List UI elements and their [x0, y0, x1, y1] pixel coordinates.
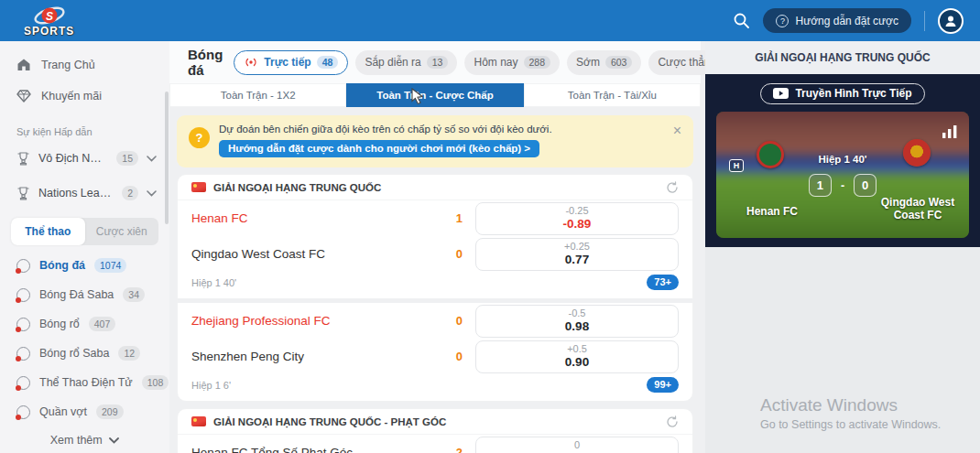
live-icon: [244, 57, 258, 68]
refresh-icon[interactable]: [666, 415, 679, 428]
refresh-icon[interactable]: [666, 181, 679, 194]
sidebar-item-basketball[interactable]: Bóng rổ 407: [0, 309, 169, 339]
betting-guide-button[interactable]: ? Hướng dẫn đặt cược: [763, 8, 911, 33]
home-team-name: Henan FC: [718, 205, 826, 218]
svg-text:S: S: [46, 10, 53, 23]
event-item-womens-championship[interactable]: Vô Địch Nữ Châu... 15: [0, 141, 169, 176]
handicap-odds-button[interactable]: +0.5 0.90: [475, 340, 679, 373]
sport-count-badge: 209: [96, 404, 124, 419]
sport-count-badge: 407: [89, 317, 116, 331]
tab-early[interactable]: Sớm 603: [567, 50, 641, 75]
odds-value: 0.98: [565, 319, 589, 334]
sport-count-badge: 1074: [94, 258, 126, 273]
topbar: S SPORTS ? Hướng dẫn đặt cược: [0, 0, 980, 41]
tab-label: Hôm nay: [474, 56, 517, 69]
sidebar-item-saba-basketball[interactable]: Bóng rổ Saba 12: [0, 339, 169, 368]
handicap-odds-button[interactable]: -0.5 0.98: [475, 305, 679, 338]
stats-icon[interactable]: [942, 124, 958, 139]
sport-label: Thể Thao Điện Tử: [39, 376, 133, 389]
sidebar-item-tennis[interactable]: Quần vợt 209: [0, 397, 169, 426]
match-row: Shenzhen Peng City 0 +0.5 0.90: [178, 339, 692, 374]
match-time: Hiệp 1 6': [191, 380, 231, 391]
soccer-icon: [16, 259, 30, 273]
team-name: Henan FC: [191, 211, 439, 225]
live-stream-button[interactable]: Truyền Hình Trực Tiếp: [760, 83, 924, 104]
esports-icon: [16, 376, 30, 390]
tab-today[interactable]: Hôm nay 288: [464, 50, 560, 75]
trophy-icon: [16, 187, 30, 200]
sidebar-item-esports[interactable]: Thể Thao Điện Tử 108: [0, 368, 169, 397]
chevron-down-icon: [147, 156, 157, 162]
user-account-button[interactable]: [938, 8, 964, 34]
market-tab-overunder[interactable]: Toàn Trận - Tài/Xỉu: [524, 83, 701, 107]
sport-count-badge: 108: [142, 375, 169, 390]
market-tab-1x2[interactable]: Toàn Trận - 1X2: [169, 83, 346, 107]
trophy-icon: [16, 152, 30, 166]
sidebar-item-football[interactable]: Bóng đá 1074: [0, 251, 169, 280]
notice-guide-link[interactable]: Hướng dẫn đặt cược dành cho người chơi m…: [219, 140, 539, 157]
sidebar: Trang Chủ Khuyến mãi Sự kiện Hấp dẫn Vô …: [0, 41, 169, 453]
tab-parlay[interactable]: Cược xiên: [85, 218, 159, 245]
tab-sports[interactable]: Thể thao: [11, 218, 85, 245]
tab-live[interactable]: Trực tiếp 48: [234, 50, 348, 75]
sport-label: Quần vợt: [39, 405, 87, 418]
odds-value: 0.90: [565, 355, 589, 370]
notice-text: Dự đoán bên chiến giữa đội kèo trên có c…: [219, 124, 666, 135]
league-title: GIẢI NGOẠI HẠNG TRUNG QUỐC: [213, 182, 659, 193]
handicap-line: +0.25: [564, 241, 590, 253]
topbar-divider: [924, 11, 925, 31]
market-tab-handicap[interactable]: Toàn Trận - Cược Chấp: [346, 83, 523, 107]
china-flag-icon: [191, 182, 206, 192]
chevron-down-icon: [147, 190, 157, 197]
tab-count: 603: [605, 56, 633, 69]
handicap-odds-button[interactable]: 0 -0.83: [475, 437, 679, 453]
event-label: Nations League: [38, 187, 114, 200]
tab-count: 288: [524, 56, 551, 69]
tab-count: 13: [427, 56, 449, 69]
sport-label: Bóng rổ Saba: [39, 347, 109, 360]
market-tab-bar: Toàn Trận - 1X2 Toàn Trận - Cược Chấp To…: [169, 83, 701, 107]
main-content: Bóng đá Trực tiếp 48 Sắp diễn ra 13 Hôm …: [169, 41, 701, 453]
user-icon: [943, 14, 958, 28]
sidebar-item-label: Trang Chủ: [41, 59, 95, 71]
team-name: Qingdao West Coast FC: [191, 247, 439, 261]
live-panel-title: GIẢI NGOẠI HẠNG TRUNG QUỐC: [705, 41, 980, 74]
sidebar-item-label: Khuyến mãi: [41, 90, 102, 102]
handicap-odds-button[interactable]: +0.25 0.77: [475, 238, 679, 271]
sidebar-item-promotions[interactable]: Khuyến mãi: [0, 81, 169, 112]
team-name: Henan FC Tổng Số Phạt Góc: [191, 446, 439, 453]
score-separator: -: [841, 179, 844, 192]
more-markets-badge[interactable]: 73+: [647, 275, 679, 290]
sidebar-scrollbar[interactable]: [165, 92, 169, 224]
live-video-player[interactable]: H Hiệp 1 40' 1 - 0 Henan FC Qingdao West…: [716, 112, 969, 238]
play-icon: [773, 88, 789, 99]
search-icon[interactable]: [733, 12, 750, 29]
more-markets-badge[interactable]: 99+: [647, 377, 679, 393]
help-icon: ?: [776, 15, 789, 27]
app-body: Trang Chủ Khuyến mãi Sự kiện Hấp dẫn Vô …: [0, 41, 980, 453]
topbar-actions: ? Hướng dẫn đặt cược: [733, 8, 964, 34]
tab-label: Trực tiếp: [264, 56, 310, 69]
brand-logo[interactable]: S SPORTS: [24, 5, 74, 37]
tab-upcoming[interactable]: Sắp diễn ra 13: [355, 50, 457, 75]
question-icon: ?: [189, 127, 210, 148]
team-name: Shenzhen Peng City: [191, 350, 439, 363]
sidebar-item-home[interactable]: Trang Chủ: [0, 49, 169, 81]
event-item-nations-league[interactable]: Nations League 2: [0, 176, 169, 210]
league-card: GIẢI NGOẠI HẠNG TRUNG QUỐC Henan FC 1 -0…: [177, 174, 693, 402]
page-title: Bóng đá: [188, 47, 223, 78]
team-score: 1: [439, 211, 463, 225]
watermark-line2: Go to Settings to activate Windows.: [760, 418, 941, 431]
league-header: GIẢI NGOẠI HẠNG TRUNG QUỐC - PHẠT GÓC: [178, 409, 692, 435]
match-footer: Hiệp 1 40' 73+: [178, 272, 692, 298]
team-score: 0: [439, 314, 463, 328]
team-score: 0: [439, 350, 463, 363]
show-more-button[interactable]: Xem thêm: [0, 426, 169, 453]
handicap-odds-button[interactable]: -0.25 -0.89: [475, 202, 679, 235]
team-score: 2: [439, 446, 463, 453]
league-card-corners: GIẢI NGOẠI HẠNG TRUNG QUỐC - PHẠT GÓC He…: [177, 408, 693, 453]
sidebar-item-saba-football[interactable]: Bóng Đá Saba 34: [0, 280, 169, 309]
event-count-badge: 2: [122, 186, 138, 200]
close-icon[interactable]: ×: [673, 123, 681, 139]
featured-events-label: Sự kiện Hấp dẫn: [0, 112, 169, 141]
